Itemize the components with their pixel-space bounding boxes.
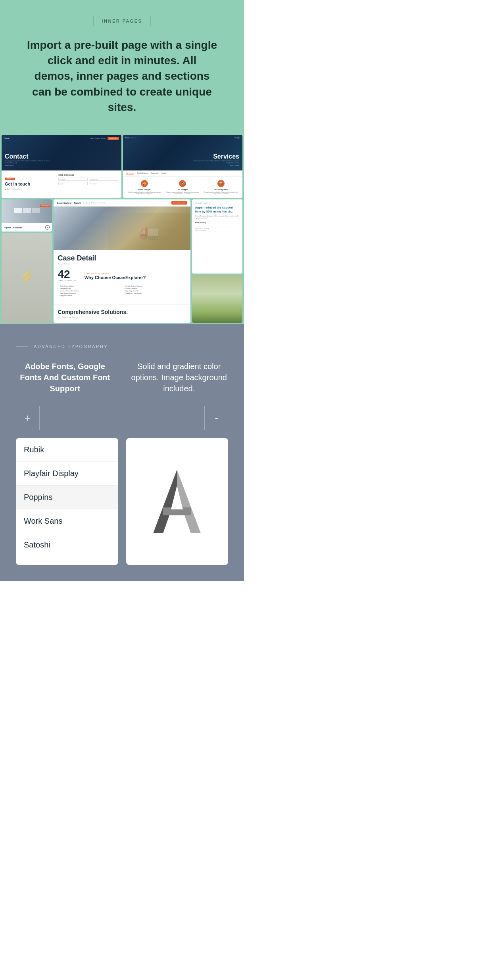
contact-screenshot: Freight About Company Shipment Track Shi…	[2, 135, 121, 198]
services-desc: Our transportation division offers relia…	[188, 160, 239, 164]
feature-item: ✓ Suitable for Heavy Goods	[124, 293, 186, 294]
explore-containers-btn[interactable]: Explore Containers ↗	[2, 223, 52, 232]
read-story-link[interactable]: Read the story→	[195, 222, 239, 224]
our-services-nav[interactable]: Our Services	[126, 172, 134, 174]
font-playfair[interactable]: Playfair Display	[16, 462, 118, 486]
case-hero-image: 🚛 •••	[54, 207, 190, 250]
case-logo2: Freight	[74, 202, 81, 204]
section-label: ADVANCED TYPOGRAPHY	[16, 344, 228, 349]
contact-nav: Freight About Company Shipment Track Shi…	[2, 137, 121, 140]
services-logo2: Explorer	[131, 137, 137, 139]
services-badge: SERVICES	[5, 178, 15, 180]
services-screenshot: Ocean Explorer Freight Services Our tran…	[123, 135, 243, 198]
service3-desc: Through a unique combination of engineer…	[203, 191, 240, 195]
typography-section: ADVANCED TYPOGRAPHY Adobe Fonts, Google …	[0, 324, 244, 581]
typo-feature-1: Adobe Fonts, Google Fonts And Custom Fon…	[16, 361, 114, 394]
budget-field: Your budget	[89, 182, 118, 185]
article-desc: Content focused grid designs, utilise sm…	[195, 215, 239, 220]
service1-desc: Through a unique combination of engineer…	[126, 191, 163, 195]
hero-title: Import a pre-built page with a single cl…	[27, 37, 217, 115]
services-logo1: Ocean	[125, 137, 130, 139]
article-title: Apper reduced the support time by 80% us…	[195, 206, 239, 214]
contact-nav[interactable]: Contact	[161, 172, 166, 174]
font-preview-card	[126, 438, 229, 565]
get-in-touch-title: Get in touch	[5, 182, 54, 186]
service3-title: Track Shipment	[203, 188, 240, 191]
service1-title: Road Freight	[126, 188, 163, 191]
screenshots-top-row: Freight About Company Shipment Track Shi…	[0, 135, 244, 199]
font-satoshi[interactable]: Satoshi	[16, 533, 118, 557]
email-field: Email address	[89, 178, 118, 181]
years-num: 42	[58, 269, 76, 280]
case-page-title: Case Detail	[58, 254, 186, 262]
hero-section: INNER PAGES Import a pre-built page with…	[0, 0, 244, 135]
why-title: Why Choose OceanExplorer?	[85, 275, 146, 280]
contact-body: SERVICES Get in touch ● Mail: info@liqui…	[2, 170, 121, 193]
font-worksans[interactable]: Work Sans	[16, 509, 118, 533]
typo-feature-2: Solid and gradient color options. Image …	[130, 361, 229, 394]
contact-track-btn[interactable]: Track Shipment	[108, 137, 119, 140]
right-col: CLIENT: HUB IT Apper reduced the support…	[192, 199, 242, 323]
screenshots-middle-row: Track Shipment Explore Containers ↗ ⚡	[0, 199, 244, 324]
feature-item: ✓ Transparent Rates	[58, 288, 120, 289]
contact-desc: Our transportation division offers relia…	[5, 160, 52, 164]
feature-item: ✓ Cost-effective Solutions	[58, 285, 120, 287]
services-hero-img: Ocean Explorer Freight Services Our tran…	[123, 135, 243, 170]
comp-title: Comprehensive Solutions.	[58, 309, 186, 315]
fullname-field: Full name	[58, 178, 88, 181]
services-nav: Ocean Explorer Freight	[123, 137, 243, 139]
contact-nav-items: About Company Shipment	[90, 138, 106, 139]
case-detail-card: Ocean Explorer Freight Company Shipment …	[54, 199, 190, 323]
font-rubik[interactable]: Rubik	[16, 438, 118, 462]
case-breadcrumb: Home > Services	[58, 263, 186, 265]
typography-features: Adobe Fonts, Google Fonts And Custom Fon…	[16, 361, 228, 394]
service-card-air: ✈️ Air Freight Through a unique combinat…	[164, 180, 201, 195]
article-card: CLIENT: HUB IT Apper reduced the support…	[192, 199, 242, 274]
font-list-card: Rubik Playfair Display Poppins Work Sans…	[16, 438, 118, 565]
feature-item: ✓ Trade Routes Optimization	[58, 293, 120, 294]
service-card-road: 🚚 Road Freight Through a unique combinat…	[126, 180, 163, 195]
contact-hero-img: Freight About Company Shipment Track Shi…	[2, 135, 121, 170]
contact-page-title: Contact	[5, 153, 52, 160]
client-label: CLIENT: HUB IT	[195, 203, 239, 204]
services-logo-right: Freight	[234, 137, 240, 139]
feature-item: ✓ Flexible Packaging	[124, 288, 186, 289]
fonts-section: Rubik Playfair Display Poppins Work Sans…	[16, 438, 228, 565]
author-role: Netflix Chief Designer	[195, 230, 239, 231]
mail-info: ● Mail: info@liquid.com	[5, 188, 54, 190]
font-poppins[interactable]: Poppins	[16, 486, 118, 509]
left-col: Track Shipment Explore Containers ↗ ⚡	[2, 199, 52, 323]
feature-item: ✓ Long-term Contracts	[58, 295, 120, 297]
send-message-label: Send a message	[58, 174, 118, 176]
case-nav: Ocean Explorer Freight Company Shipment …	[54, 199, 190, 207]
field-card	[192, 275, 242, 323]
services-nav-bar: Our Services Freight Solutions Testimoni…	[123, 170, 243, 177]
subject-field: Subject	[58, 182, 88, 185]
services-page-title: Services	[188, 153, 239, 160]
leading-label: LEADING EXPERIENCE	[85, 272, 146, 274]
service-cards: 🚚 Road Freight Through a unique combinat…	[123, 177, 243, 198]
feature-item: ✓ On-side Customer Services	[124, 285, 186, 287]
inner-pages-badge: INNER PAGES	[94, 16, 151, 26]
contact-logo: Freight	[4, 137, 10, 139]
feature-item: ✓ Access to Remote Destinations	[58, 290, 120, 292]
wind-card: ⚡	[2, 233, 52, 323]
case-track-btn[interactable]: Track Movement	[171, 201, 187, 205]
letter-a-svg	[141, 466, 213, 537]
plus-control[interactable]: +	[16, 406, 40, 430]
services-breadcrumb: Home > Services	[188, 165, 239, 167]
case-logo1: Ocean Explorer	[57, 202, 71, 204]
testimonials-nav[interactable]: Testimonials	[151, 172, 158, 174]
service-card-track: 📦 Track Shipment Through a unique combin…	[203, 180, 240, 195]
years-label: Years Of Expertise	[58, 280, 76, 281]
feature-item: ✓ High Cargo Capacity	[124, 290, 186, 292]
trucks-track-btn[interactable]: Track Shipment	[40, 205, 51, 207]
typo-controls-bar: + -	[16, 406, 228, 430]
minus-control[interactable]: -	[204, 406, 228, 430]
freight-nav[interactable]: Freight Solutions	[137, 172, 148, 174]
trucks-card: Track Shipment Explore Containers ↗	[2, 199, 52, 232]
explore-link[interactable]: EXPLORE SERVICES	[58, 317, 186, 319]
contact-breadcrumb: Home > Services	[5, 165, 52, 167]
font-preview-letter	[137, 462, 217, 541]
service2-title: Air Freight	[164, 188, 201, 191]
